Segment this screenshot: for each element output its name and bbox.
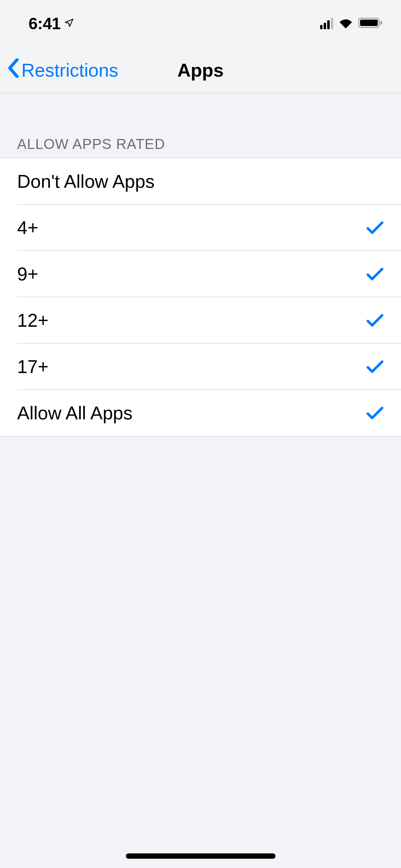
wifi-icon — [338, 17, 353, 30]
svg-rect-1 — [360, 20, 378, 26]
status-time: 6:41 — [29, 14, 61, 33]
row-17plus[interactable]: 17+ — [0, 343, 401, 390]
row-label: Don't Allow Apps — [17, 171, 155, 192]
row-label: Allow All Apps — [17, 402, 133, 424]
back-button-label: Restrictions — [21, 60, 118, 81]
row-12plus[interactable]: 12+ — [0, 297, 401, 343]
row-allow-all[interactable]: Allow All Apps — [0, 390, 401, 436]
status-left: 6:41 — [29, 14, 74, 33]
row-label: 9+ — [17, 263, 38, 285]
cellular-signal-icon — [320, 18, 333, 29]
row-9plus[interactable]: 9+ — [0, 251, 401, 297]
svg-rect-2 — [380, 21, 382, 25]
chevron-left-icon — [7, 58, 19, 82]
status-bar: 6:41 — [0, 0, 401, 47]
row-label: 17+ — [17, 356, 48, 377]
status-right — [320, 17, 383, 30]
checkmark-icon — [366, 219, 384, 237]
back-button[interactable]: Restrictions — [7, 58, 118, 82]
row-dont-allow[interactable]: Don't Allow Apps — [0, 158, 401, 205]
home-indicator[interactable] — [126, 853, 276, 859]
row-4plus[interactable]: 4+ — [0, 205, 401, 251]
section-header: ALLOW APPS RATED — [0, 93, 401, 158]
checkmark-icon — [366, 358, 384, 376]
nav-header: Restrictions Apps — [0, 47, 401, 93]
ratings-list: Don't Allow Apps 4+ 9+ 12+ 17+ Allow All… — [0, 158, 401, 436]
page-title: Apps — [178, 60, 224, 81]
battery-icon — [358, 17, 383, 30]
location-icon — [64, 18, 74, 29]
row-label: 12+ — [17, 310, 48, 331]
checkmark-icon — [366, 404, 384, 422]
row-label: 4+ — [17, 217, 38, 238]
checkmark-icon — [366, 265, 384, 283]
checkmark-icon — [366, 311, 384, 329]
